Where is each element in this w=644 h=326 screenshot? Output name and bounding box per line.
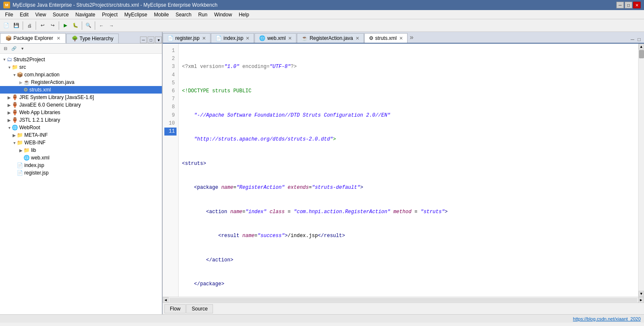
editor-maximize-btn[interactable]: □ <box>636 36 642 43</box>
right-panel: 📄 register.jsp ✕ 📄 index.jsp ✕ 🌐 web.xml… <box>163 32 644 314</box>
hscroll-track[interactable] <box>169 298 637 302</box>
menu-view[interactable]: View <box>32 11 49 18</box>
tab-registeraction[interactable]: ☕ RegisterAction.java ✕ <box>297 33 364 43</box>
line-num-7: 7 <box>164 95 177 103</box>
registeraction-tab-close[interactable]: ✕ <box>356 36 359 41</box>
scroll-thumb[interactable] <box>639 50 644 58</box>
menu-search[interactable]: Search <box>172 11 195 18</box>
scroll-down-btn[interactable]: ▼ <box>639 291 644 297</box>
print-btn[interactable]: 🖨 <box>25 21 34 30</box>
expand-webroot[interactable]: ▾ <box>7 125 12 130</box>
menu-file[interactable]: File <box>2 11 16 18</box>
expand-lib[interactable]: ▶ <box>18 148 23 153</box>
menu-run[interactable]: Run <box>195 11 211 18</box>
undo-btn[interactable]: ↩ <box>38 21 47 30</box>
panel-minimize-btn[interactable]: ─ <box>140 37 147 43</box>
expand-metainf[interactable]: ▶ <box>12 133 17 138</box>
menu-source[interactable]: Source <box>49 11 72 18</box>
tree-webroot[interactable]: ▾ 🌐 WebRoot <box>0 124 162 131</box>
code-line-4: "http://struts.apache.org/dtds/struts-2.… <box>182 136 635 143</box>
tree-webxml[interactable]: ▶ 🌐 web.xml <box>0 154 162 162</box>
tree-strutsxml[interactable]: ⚙ struts.xml <box>0 86 162 94</box>
forward-btn[interactable]: → <box>107 21 116 30</box>
package-explorer-close[interactable]: ✕ <box>57 36 60 41</box>
search-btn[interactable]: 🔍 <box>84 21 93 30</box>
maximize-btn[interactable]: □ <box>625 2 632 8</box>
panel-view-menu-btn[interactable]: ▾ <box>155 37 162 43</box>
panel-controls: ─ □ ▾ <box>140 37 162 43</box>
menu-edit[interactable]: Edit <box>16 11 32 18</box>
expand-registeraction[interactable]: ▶ <box>18 80 23 85</box>
menu-navigate[interactable]: Navigate <box>72 11 99 18</box>
tree-package[interactable]: ▾ 📦 com.hnpi.action <box>0 71 162 78</box>
tree-indexjsp[interactable]: ▶ 📄 index.jsp <box>0 162 162 169</box>
expand-webapplibs[interactable]: ▶ <box>7 110 12 115</box>
tab-package-explorer[interactable]: 📦 Package Explorer ✕ <box>0 33 66 43</box>
webinf-label: WEB-INF <box>24 140 46 146</box>
expand-struts2project[interactable]: ▾ <box>2 57 7 62</box>
tree-src[interactable]: ▾ 📁 src <box>0 63 162 71</box>
link-editor-btn[interactable]: 🔗 <box>10 45 18 52</box>
redo-btn[interactable]: ↪ <box>48 21 57 30</box>
debug-btn[interactable]: 🐛 <box>71 21 80 30</box>
lib-icon: 📁 <box>23 147 30 153</box>
expand-src[interactable]: ▾ <box>7 65 12 70</box>
run-btn[interactable]: ▶ <box>61 21 70 30</box>
menu-window[interactable]: Window <box>211 11 236 18</box>
tree-javaee[interactable]: ▶ 🏺 JavaEE 6.0 Generic Library <box>0 101 162 109</box>
tree-webinf[interactable]: ▾ 📁 WEB-INF <box>0 139 162 146</box>
menu-mobile[interactable]: Mobile <box>151 11 172 18</box>
editor-minimize-btn[interactable]: ─ <box>629 36 636 43</box>
menu-project[interactable]: Project <box>99 11 121 18</box>
metainf-icon: 📁 <box>17 132 23 138</box>
expand-jstl[interactable]: ▶ <box>7 118 12 123</box>
indexjsp-tab-close[interactable]: ✕ <box>246 36 249 41</box>
tree-registerjsp[interactable]: ▶ 📄 register.jsp <box>0 169 162 177</box>
new-btn[interactable]: 📄 <box>2 21 11 30</box>
tab-source[interactable]: Source <box>186 304 213 313</box>
scroll-right-btn[interactable]: ► <box>638 297 644 303</box>
tab-indexjsp[interactable]: 📄 index.jsp ✕ <box>211 33 254 43</box>
tree-registeraction[interactable]: ▶ ☕ RegisterAction.java <box>0 78 162 86</box>
expand-javaee[interactable]: ▶ <box>7 103 12 107</box>
strutsxml-label: struts.xml <box>29 87 51 93</box>
tab-flow[interactable]: Flow <box>164 304 186 313</box>
menu-help[interactable]: Help <box>235 11 252 18</box>
collapse-all-btn[interactable]: ⊟ <box>2 45 9 52</box>
tree-lib[interactable]: ▶ 📁 lib <box>0 146 162 154</box>
package-icon: 📦 <box>17 72 23 78</box>
tree-webapplibs[interactable]: ▶ 🏺 Web App Libraries <box>0 109 162 116</box>
webroot-label: WebRoot <box>19 125 40 130</box>
tree-metainf[interactable]: ▶ 📁 META-INF <box>0 131 162 139</box>
tree-jre[interactable]: ▶ 🏺 JRE System Library [JavaSE-1.6] <box>0 94 162 101</box>
close-btn[interactable]: ✕ <box>633 2 641 8</box>
registerjsp-tab-close[interactable]: ✕ <box>202 36 206 41</box>
tab-webxml[interactable]: 🌐 web.xml ✕ <box>254 33 296 43</box>
tab-type-hierarchy[interactable]: 🌳 Type Hierarchy <box>66 34 119 43</box>
tree-jstl[interactable]: ▶ 🏺 JSTL 1.2.1 Library <box>0 116 162 124</box>
minimize-btn[interactable]: ─ <box>616 2 624 8</box>
expand-jre[interactable]: ▶ <box>7 95 12 100</box>
menu-myeclipse[interactable]: MyEclipse <box>121 11 151 18</box>
editor-tabs: 📄 register.jsp ✕ 📄 index.jsp ✕ 🌐 web.xml… <box>163 32 644 44</box>
scroll-track <box>639 50 644 291</box>
tree-struts2project[interactable]: ▾ 🗂 Struts2Project <box>0 55 162 63</box>
scroll-left-btn[interactable]: ◄ <box>163 297 169 303</box>
webxml-tab-close[interactable]: ✕ <box>288 36 292 41</box>
webroot-icon: 🌐 <box>12 125 18 130</box>
code-content[interactable]: <?xml version="1.0" encoding="UTF-8"?> <… <box>179 44 638 297</box>
javaee-icon: 🏺 <box>12 102 18 108</box>
type-hierarchy-label: Type Hierarchy <box>80 36 114 42</box>
registerjsp-tab-label: register.jsp <box>175 35 200 41</box>
panel-menu-btn[interactable]: ▾ <box>18 45 26 52</box>
expand-webinf[interactable]: ▾ <box>12 141 17 145</box>
tab-strutsxml[interactable]: ⚙ struts.xml ✕ <box>364 33 408 43</box>
back-btn[interactable]: ← <box>97 21 106 30</box>
save-btn[interactable]: 💾 <box>12 21 21 30</box>
expand-package[interactable]: ▾ <box>12 73 17 77</box>
tab-registerjsp[interactable]: 📄 register.jsp ✕ <box>163 33 210 43</box>
strutsxml-tab-close[interactable]: ✕ <box>399 36 403 41</box>
tab-overflow-btn[interactable]: » <box>408 34 415 41</box>
scroll-up-btn[interactable]: ▲ <box>639 44 644 50</box>
panel-maximize-btn[interactable]: □ <box>148 37 154 43</box>
